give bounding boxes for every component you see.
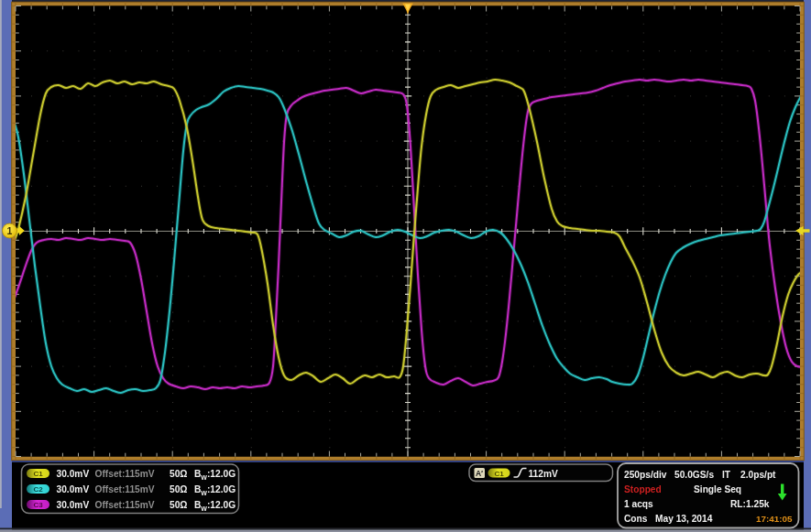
svg-text:Offset:115mV: Offset:115mV bbox=[95, 469, 155, 479]
svg-text:50Ω: 50Ω bbox=[170, 484, 188, 494]
svg-text:Cons: Cons bbox=[624, 514, 648, 524]
svg-text:30.0mV: 30.0mV bbox=[57, 500, 90, 510]
svg-text:1 acqs: 1 acqs bbox=[624, 499, 653, 509]
svg-text:May 13, 2014: May 13, 2014 bbox=[655, 514, 713, 524]
svg-text:1: 1 bbox=[7, 225, 13, 236]
svg-text:2.0ps/pt: 2.0ps/pt bbox=[740, 470, 776, 480]
svg-text:C1: C1 bbox=[33, 470, 43, 478]
svg-text:C3: C3 bbox=[33, 501, 43, 509]
svg-text:30.0mV: 30.0mV bbox=[57, 484, 90, 494]
svg-text:50Ω: 50Ω bbox=[170, 469, 188, 479]
svg-text:Stopped: Stopped bbox=[624, 484, 662, 494]
svg-text:50Ω: 50Ω bbox=[170, 500, 188, 510]
svg-text:BW:12.0G: BW:12.0G bbox=[194, 500, 236, 512]
svg-text:A′: A′ bbox=[476, 469, 483, 478]
svg-text:17:41:05: 17:41:05 bbox=[756, 514, 793, 524]
svg-text:50.0GS/s: 50.0GS/s bbox=[674, 470, 714, 480]
svg-text:IT: IT bbox=[722, 470, 731, 480]
svg-text:Offset:115mV: Offset:115mV bbox=[95, 500, 155, 510]
svg-text:112mV: 112mV bbox=[529, 469, 558, 479]
svg-text:C1: C1 bbox=[494, 470, 504, 478]
svg-text:RL:1.25k: RL:1.25k bbox=[730, 499, 770, 509]
svg-text:Single Seq: Single Seq bbox=[694, 484, 741, 494]
svg-text:BW:12.0G: BW:12.0G bbox=[194, 469, 236, 481]
svg-text:C2: C2 bbox=[33, 485, 43, 494]
svg-text:Offset:115mV: Offset:115mV bbox=[95, 484, 155, 494]
svg-text:BW:12.0G: BW:12.0G bbox=[194, 484, 236, 496]
svg-text:30.0mV: 30.0mV bbox=[57, 469, 90, 479]
svg-text:250ps/div: 250ps/div bbox=[624, 470, 667, 480]
